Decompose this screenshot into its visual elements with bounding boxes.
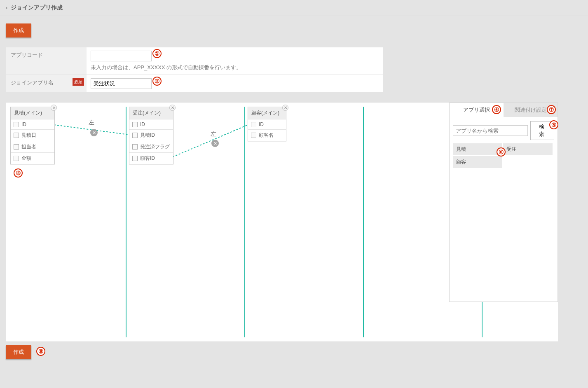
side-panel: アプリ選択 ④ 関連付け設定 ⑦ 検 索 ⑤ 見積 受注 顧客 ⑥ xyxy=(449,103,558,302)
annotation-8: ⑧ xyxy=(36,347,45,356)
entity-header[interactable]: 受注(メイン) ✕ xyxy=(129,107,173,119)
create-button-bottom[interactable]: 作成 xyxy=(6,345,31,359)
annotation-5: ⑤ xyxy=(549,120,558,129)
app-result-item[interactable]: 受注 xyxy=(503,143,553,155)
page-title: ジョインアプリ作成 xyxy=(11,4,63,11)
entity-field[interactable]: 見積ID xyxy=(129,129,173,141)
app-search-input[interactable] xyxy=(453,125,528,136)
app-code-input[interactable] xyxy=(91,51,152,61)
entity-field[interactable]: 発注済フラグ xyxy=(129,141,173,152)
checkbox[interactable] xyxy=(14,122,19,127)
checkbox[interactable] xyxy=(251,133,256,138)
tab-app-select[interactable]: アプリ選択 ④ xyxy=(450,103,504,117)
entity-field[interactable]: ID xyxy=(248,119,286,129)
entity-field[interactable]: 見積日 xyxy=(11,129,54,141)
annotation-7: ⑦ xyxy=(547,105,556,114)
create-button-top[interactable]: 作成 xyxy=(6,23,31,37)
close-icon[interactable]: ✕ xyxy=(282,105,288,111)
entity-header[interactable]: 顧客(メイン) ✕ xyxy=(248,107,286,119)
entity-mitsumori[interactable]: 見積(メイン) ✕ ID 見積日 担当者 金額 xyxy=(10,107,55,164)
entity-field[interactable]: 担当者 xyxy=(11,141,54,152)
annotation-4: ④ xyxy=(492,105,501,114)
close-icon[interactable]: ✕ xyxy=(51,105,57,111)
entity-header[interactable]: 見積(メイン) ✕ xyxy=(11,107,54,119)
app-code-help: 未入力の場合は、APP_XXXXX の形式で自動採番を行います。 xyxy=(91,64,379,71)
app-result-item[interactable]: 見積 xyxy=(453,143,502,155)
column-divider xyxy=(126,107,127,337)
link-label-2: 左 xyxy=(211,131,216,138)
checkbox[interactable] xyxy=(14,144,19,150)
checkbox[interactable] xyxy=(251,122,256,127)
column-divider xyxy=(244,107,245,337)
checkbox[interactable] xyxy=(132,133,138,138)
entity-field[interactable]: ID xyxy=(129,119,173,129)
close-icon[interactable]: ✕ xyxy=(169,105,176,111)
join-canvas[interactable]: 左 ✕ 左 ✕ 見積(メイン) ✕ ID 見積日 担当者 金額 ③ 受注(メイン… xyxy=(6,102,558,342)
entity-field[interactable]: 顧客ID xyxy=(129,152,173,164)
checkbox[interactable] xyxy=(14,156,19,161)
annotation-1: ① xyxy=(152,49,162,58)
app-result-item[interactable]: 顧客 xyxy=(453,156,502,168)
page-header: › ジョインアプリ作成 xyxy=(0,0,588,16)
checkbox[interactable] xyxy=(132,122,138,127)
chevron-right-icon: › xyxy=(6,5,7,11)
tab-relation-settings[interactable]: 関連付け設定 ⑦ xyxy=(504,103,558,117)
form-box: アプリコード ① 未入力の場合は、APP_XXXXX の形式で自動採番を行います… xyxy=(6,47,383,92)
annotation-2: ② xyxy=(152,77,162,86)
link-remove-1[interactable]: ✕ xyxy=(90,129,98,136)
svg-line-1 xyxy=(173,125,248,157)
join-name-input[interactable] xyxy=(91,78,152,89)
app-code-label: アプリコード xyxy=(6,47,87,75)
annotation-6: ⑥ xyxy=(497,147,506,157)
checkbox[interactable] xyxy=(132,144,138,150)
entity-field[interactable]: 金額 xyxy=(11,152,54,164)
entity-juchuu[interactable]: 受注(メイン) ✕ ID 見積ID 発注済フラグ 顧客ID xyxy=(129,107,173,164)
link-remove-2[interactable]: ✕ xyxy=(211,140,219,147)
entity-field[interactable]: ID xyxy=(11,119,54,129)
checkbox[interactable] xyxy=(132,156,138,161)
entity-field[interactable]: 顧客名 xyxy=(248,129,286,141)
entity-kokyaku[interactable]: 顧客(メイン) ✕ ID 顧客名 xyxy=(248,107,286,141)
required-badge: 必須 xyxy=(73,78,84,86)
column-divider xyxy=(363,107,364,337)
join-name-label: ジョインアプリ名 必須 xyxy=(6,75,87,92)
link-label-1: 左 xyxy=(89,119,94,126)
annotation-3: ③ xyxy=(14,168,23,178)
checkbox[interactable] xyxy=(14,133,19,138)
